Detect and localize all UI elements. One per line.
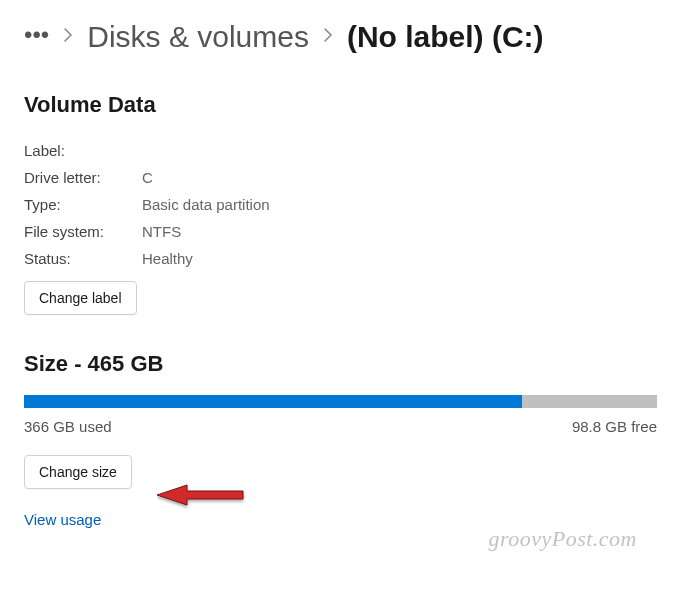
change-size-button[interactable]: Change size [24,455,132,489]
file-system-value: NTFS [142,223,181,240]
storage-usage-bar [24,395,657,408]
breadcrumb-parent-link[interactable]: Disks & volumes [87,20,309,54]
chevron-right-icon [63,27,73,48]
table-row: File system: NTFS [24,223,657,240]
file-system-key: File system: [24,223,142,240]
volume-data-heading: Volume Data [24,92,657,118]
type-key: Type: [24,196,142,213]
status-key: Status: [24,250,142,267]
table-row: Drive letter: C [24,169,657,186]
type-value: Basic data partition [142,196,270,213]
size-heading: Size - 465 GB [24,351,657,377]
size-section: Size - 465 GB 366 GB used 98.8 GB free C… [24,351,657,529]
watermark-text: groovyPost.com [488,526,637,552]
status-value: Healthy [142,250,193,267]
chevron-right-icon [323,27,333,48]
change-label-button[interactable]: Change label [24,281,137,315]
table-row: Status: Healthy [24,250,657,267]
view-usage-link[interactable]: View usage [24,511,101,528]
used-text: 366 GB used [24,418,112,435]
table-row: Label: [24,142,657,159]
volume-data-table: Label: Drive letter: C Type: Basic data … [24,142,657,267]
breadcrumb-ellipsis-icon[interactable]: ••• [24,21,49,49]
drive-letter-value: C [142,169,153,186]
breadcrumb-current: (No label) (C:) [347,20,544,54]
storage-usage-fill [24,395,522,408]
size-labels: 366 GB used 98.8 GB free [24,418,657,435]
breadcrumb: ••• Disks & volumes (No label) (C:) [24,20,657,54]
free-text: 98.8 GB free [572,418,657,435]
table-row: Type: Basic data partition [24,196,657,213]
label-key: Label: [24,142,142,159]
drive-letter-key: Drive letter: [24,169,142,186]
